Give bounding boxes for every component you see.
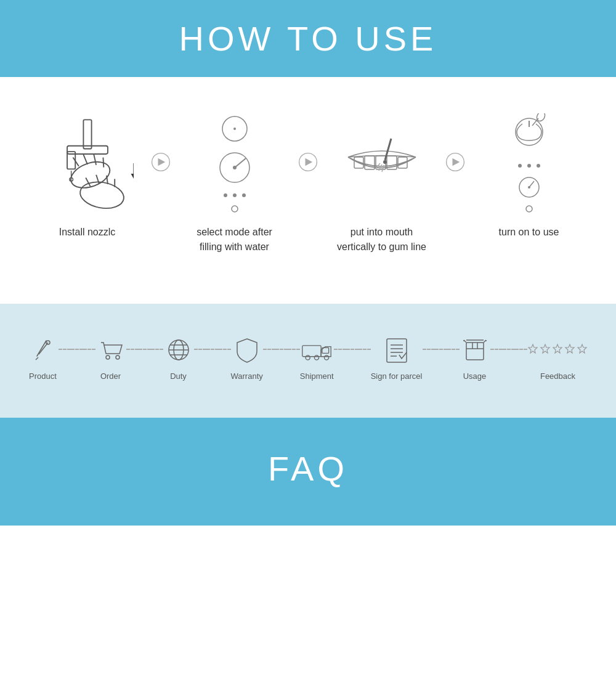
svg-rect-0: [83, 120, 91, 148]
page-title: HOW TO USE: [0, 18, 616, 59]
svg-line-55: [36, 357, 38, 360]
svg-rect-73: [466, 343, 484, 360]
header-section: HOW TO USE: [0, 0, 616, 77]
faq-section: FAQ: [0, 418, 616, 526]
svg-point-45: [518, 164, 522, 168]
shipment-icon: [301, 335, 332, 365]
svg-line-22: [235, 158, 246, 168]
svg-point-65: [315, 355, 319, 360]
svg-point-5: [67, 157, 113, 193]
svg-marker-86: [578, 344, 586, 353]
process-step-shipment: Shipment: [300, 335, 334, 381]
mode-selector-icon: [216, 113, 253, 213]
step-3-illustration: [333, 114, 431, 213]
faucet-icon: [41, 114, 134, 213]
arrow-1: [150, 114, 172, 173]
svg-line-9: [103, 158, 103, 168]
svg-point-27: [232, 206, 238, 212]
svg-marker-85: [565, 344, 574, 353]
arrow-3: [444, 114, 466, 173]
svg-point-36: [383, 160, 387, 164]
feedback-icon: [527, 335, 589, 365]
svg-point-66: [325, 355, 329, 360]
step-2-label: select mode afterfilling with water: [197, 225, 272, 254]
svg-point-50: [528, 186, 530, 189]
warranty-icon: [232, 335, 262, 365]
process-steps-container: Product Order: [25, 335, 591, 381]
svg-point-25: [233, 193, 237, 197]
svg-point-26: [242, 193, 246, 197]
svg-point-10: [78, 179, 126, 211]
svg-point-57: [116, 355, 120, 359]
step-3: put into mouthvertically to gum line: [319, 114, 444, 254]
process-step-order: Order: [95, 335, 126, 381]
device-icon: [508, 113, 551, 213]
step-4: turn on to use: [466, 114, 591, 240]
svg-point-64: [306, 355, 310, 360]
process-step-sign-for-parcel: Sign for parcel: [371, 335, 423, 381]
dotted-7: [490, 349, 527, 367]
process-step-product: Product: [28, 335, 59, 381]
svg-line-11: [86, 178, 91, 187]
dotted-6: [423, 349, 460, 367]
svg-rect-63: [302, 346, 321, 357]
process-section: Product Order: [0, 304, 616, 418]
svg-marker-84: [553, 344, 562, 353]
dotted-4: [263, 349, 300, 367]
svg-point-23: [233, 166, 237, 169]
svg-line-52: [37, 341, 46, 356]
faq-title: FAQ: [0, 449, 616, 489]
dotted-1: [59, 349, 95, 367]
step-4-illustration: [480, 114, 578, 213]
warranty-label: Warranty: [231, 371, 263, 381]
svg-rect-1: [67, 146, 108, 154]
step-3-label: put into mouthvertically to gum line: [337, 225, 426, 254]
svg-marker-82: [529, 344, 537, 353]
duty-icon: [163, 335, 194, 365]
process-step-feedback: Feedback: [527, 335, 589, 381]
arrow-2: [297, 114, 319, 173]
svg-line-7: [83, 155, 87, 164]
process-step-usage: Usage: [460, 335, 490, 381]
process-step-duty: Duty: [163, 335, 194, 381]
svg-line-35: [385, 139, 391, 160]
svg-point-56: [106, 355, 110, 359]
mouth-icon: [336, 126, 428, 200]
sign-for-parcel-label: Sign for parcel: [371, 371, 423, 381]
step-1: Install nozzlc: [25, 114, 150, 240]
svg-point-24: [224, 193, 227, 197]
step-4-label: turn on to use: [499, 225, 559, 240]
dotted-2: [126, 349, 163, 367]
svg-point-47: [537, 164, 540, 168]
sign-for-parcel-icon: [381, 335, 412, 365]
step-2-illustration: [185, 114, 284, 213]
step-1-label: Install nozzlc: [59, 225, 116, 240]
svg-line-8: [94, 155, 96, 165]
product-label: Product: [29, 371, 57, 381]
dotted-5: [334, 349, 371, 367]
usage-icon: [460, 335, 490, 365]
product-icon: [28, 335, 59, 365]
svg-marker-16: [131, 174, 133, 179]
step-2: select mode afterfilling with water: [172, 114, 297, 254]
order-label: Order: [100, 371, 121, 381]
step-1-illustration: [38, 114, 137, 213]
svg-point-46: [527, 164, 531, 168]
how-to-use-section: Install nozzlc: [0, 77, 616, 304]
steps-container: Install nozzlc: [25, 114, 591, 254]
svg-marker-29: [306, 158, 313, 166]
order-icon: [95, 335, 126, 365]
svg-rect-68: [387, 339, 407, 362]
usage-label: Usage: [463, 371, 487, 381]
svg-marker-41: [453, 158, 460, 166]
feedback-label: Feedback: [540, 371, 575, 381]
svg-point-51: [526, 206, 532, 212]
process-step-warranty: Warranty: [231, 335, 263, 381]
svg-marker-83: [541, 344, 549, 353]
shipment-label: Shipment: [300, 371, 334, 381]
svg-marker-18: [158, 158, 166, 166]
dotted-3: [194, 349, 231, 367]
svg-point-20: [233, 128, 236, 130]
duty-label: Duty: [170, 371, 187, 381]
